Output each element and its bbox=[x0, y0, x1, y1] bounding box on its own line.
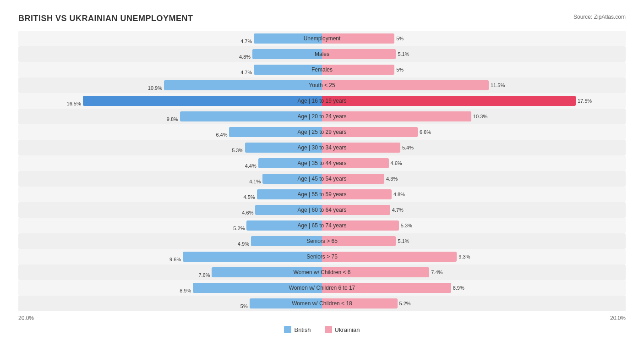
row-inner: 9.8% Age | 20 to 24 years 10.3% bbox=[18, 109, 626, 124]
left-side: 4.6% bbox=[18, 204, 322, 216]
right-side: 8.9% bbox=[322, 281, 626, 294]
right-side: 5.3% bbox=[322, 219, 626, 232]
right-side: 9.3% bbox=[322, 250, 626, 263]
axis-right-label: 20.0% bbox=[322, 315, 626, 321]
chart-body: 4.7% Unemployment 5% bbox=[18, 31, 626, 311]
value-right: 5% bbox=[395, 36, 404, 41]
left-side: 5.2% bbox=[18, 219, 322, 232]
value-left: 7.6% bbox=[198, 272, 211, 278]
right-side: 4.8% bbox=[322, 188, 626, 201]
legend-british-box bbox=[284, 326, 291, 333]
right-side: 11.5% bbox=[322, 79, 626, 92]
bar-right bbox=[322, 220, 399, 231]
axis-row: 20.0% 20.0% bbox=[18, 315, 626, 321]
chart-header: BRITISH VS UKRAINIAN UNEMPLOYMENT Source… bbox=[18, 14, 626, 23]
bar-left bbox=[183, 252, 322, 262]
value-right: 4.8% bbox=[393, 192, 405, 197]
value-left: 4.1% bbox=[249, 179, 262, 184]
legend-ukrainian-label: Ukrainian bbox=[335, 326, 360, 333]
value-left: 4.7% bbox=[240, 39, 253, 44]
bar-row: 4.8% Males 5.1% bbox=[18, 46, 626, 62]
value-left: 4.9% bbox=[238, 241, 250, 247]
value-left: 10.9% bbox=[148, 85, 163, 91]
value-right: 11.5% bbox=[490, 83, 505, 88]
bar-right bbox=[322, 49, 396, 59]
value-left: 9.8% bbox=[167, 116, 179, 122]
bar-right bbox=[322, 127, 418, 137]
bar-right bbox=[322, 252, 457, 262]
right-side: 17.5% bbox=[322, 94, 626, 107]
left-side: 7.6% bbox=[18, 266, 322, 279]
bar-left bbox=[212, 267, 322, 277]
right-side: 5% bbox=[322, 63, 626, 76]
bar-right bbox=[322, 158, 389, 168]
legend: British Ukrainian bbox=[18, 326, 626, 333]
bar-row: 4.7% Unemployment 5% bbox=[18, 31, 626, 46]
bar-row: 6.4% Age | 25 to 29 years 6.6% bbox=[18, 124, 626, 140]
row-inner: 4.7% Unemployment 5% bbox=[18, 31, 626, 46]
left-side: 9.6% bbox=[18, 250, 322, 263]
value-right: 5.1% bbox=[397, 238, 409, 244]
bar-row: 4.4% Age | 35 to 44 years 4.6% bbox=[18, 155, 626, 171]
value-left: 4.8% bbox=[239, 54, 251, 60]
bar-left bbox=[252, 49, 322, 59]
left-side: 8.9% bbox=[18, 281, 322, 294]
left-side: 6.4% bbox=[18, 126, 322, 138]
value-right: 4.7% bbox=[391, 207, 404, 213]
bar-row: 9.8% Age | 20 to 24 years 10.3% bbox=[18, 109, 626, 124]
row-inner: 4.9% Seniors > 65 5.1% bbox=[18, 233, 626, 249]
right-side: 4.6% bbox=[322, 157, 626, 170]
bar-right bbox=[322, 96, 576, 106]
right-side: 4.3% bbox=[322, 172, 626, 185]
row-inner: 5.3% Age | 30 to 34 years 5.4% bbox=[18, 140, 626, 155]
bar-left bbox=[254, 65, 322, 75]
bar-row: 8.9% Women w/ Children 6 to 17 8.9% bbox=[18, 280, 626, 296]
bar-left bbox=[250, 298, 322, 308]
value-right: 9.3% bbox=[458, 254, 470, 259]
left-side: 4.8% bbox=[18, 48, 322, 61]
bar-row: 5.2% Age | 65 to 74 years 5.3% bbox=[18, 218, 626, 233]
legend-british-label: British bbox=[294, 326, 311, 333]
left-side: 4.7% bbox=[18, 63, 322, 76]
legend-ukrainian-box bbox=[325, 326, 332, 333]
row-inner: 4.6% Age | 60 to 64 years 4.7% bbox=[18, 202, 626, 218]
left-side: 4.4% bbox=[18, 157, 322, 170]
left-side: 16.5% bbox=[18, 94, 322, 107]
bar-left bbox=[251, 236, 322, 246]
bar-right bbox=[322, 236, 396, 246]
value-left: 6.4% bbox=[216, 132, 228, 138]
bar-left bbox=[164, 80, 322, 90]
bar-left bbox=[262, 174, 322, 184]
row-inner: 10.9% Youth < 25 11.5% bbox=[18, 77, 626, 93]
left-side: 4.9% bbox=[18, 235, 322, 248]
bar-left bbox=[229, 127, 322, 137]
right-side: 5.1% bbox=[322, 48, 626, 61]
right-side: 5.1% bbox=[322, 235, 626, 248]
value-right: 7.4% bbox=[430, 270, 442, 275]
bar-right bbox=[322, 80, 489, 90]
value-left: 4.5% bbox=[244, 194, 256, 200]
left-side: 9.8% bbox=[18, 110, 322, 123]
bar-right bbox=[322, 143, 400, 153]
bar-right bbox=[322, 65, 394, 75]
legend-ukrainian: Ukrainian bbox=[325, 326, 360, 333]
bar-row: 5% Women w/ Children < 18 5.2% bbox=[18, 296, 626, 311]
value-right: 4.6% bbox=[390, 160, 402, 166]
chart-source: Source: ZipAtlas.com bbox=[573, 14, 626, 20]
row-inner: 6.4% Age | 25 to 29 years 6.6% bbox=[18, 124, 626, 140]
bar-left bbox=[180, 111, 322, 121]
value-right: 5.1% bbox=[397, 51, 409, 57]
value-right: 4.3% bbox=[385, 176, 398, 182]
row-inner: 16.5% Age | 16 to 19 years 17.5% bbox=[18, 93, 626, 109]
bar-row: 5.3% Age | 30 to 34 years 5.4% bbox=[18, 140, 626, 155]
bar-right bbox=[322, 111, 471, 121]
bar-row: 4.7% Females 5% bbox=[18, 62, 626, 77]
bar-left bbox=[257, 189, 322, 199]
row-inner: 4.5% Age | 55 to 59 years 4.8% bbox=[18, 187, 626, 202]
right-side: 5.4% bbox=[322, 141, 626, 154]
bar-right bbox=[322, 174, 384, 184]
bar-row: 9.6% Seniors > 75 9.3% bbox=[18, 249, 626, 264]
value-left: 4.6% bbox=[242, 210, 254, 215]
value-left: 4.4% bbox=[245, 163, 257, 169]
bar-row: 16.5% Age | 16 to 19 years 17.5% bbox=[18, 93, 626, 109]
